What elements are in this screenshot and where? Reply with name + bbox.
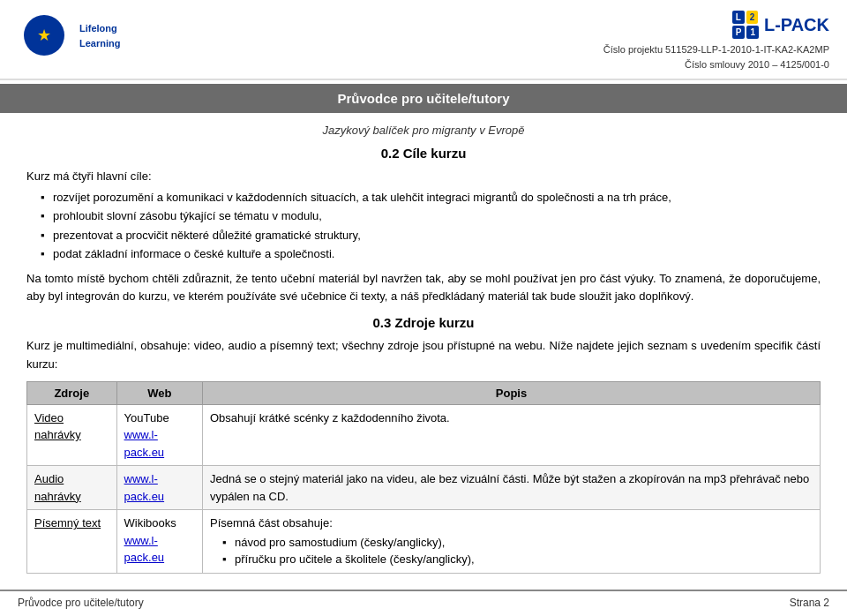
main-content: Jazykový balíček pro migranty v Evropě 0…	[0, 113, 847, 582]
table-row-video: Video nahrávky YouTube www.l-pack.eu Obs…	[27, 404, 821, 466]
lpack-p-box: P	[732, 26, 746, 39]
col-header-description: Popis	[203, 381, 821, 404]
web-video: YouTube www.l-pack.eu	[116, 404, 202, 466]
contract-number-value: 2010 – 4125/001-0	[748, 59, 829, 70]
page-footer: Průvodce pro učitele/tutory Strana 2	[0, 590, 847, 614]
project-info: Číslo projektu 511529-LLP-1-2010-1-IT-KA…	[603, 42, 829, 71]
eu-circle: ★	[24, 15, 64, 56]
lpack-text: L-PACK	[764, 15, 829, 35]
footer-right: Strana 2	[790, 597, 829, 609]
section-03: 0.3 Zdroje kurzu Kurz je multimediální, …	[26, 315, 821, 574]
table-header-row: Zdroje Web Popis	[27, 381, 821, 404]
eu-logo: ★	[18, 11, 71, 59]
text-desc-bullets: návod pro samostudium (česky/anglicky), …	[210, 534, 813, 568]
bullet-3: prezentovat a procvičit některé důležité…	[41, 227, 821, 244]
youtube-text: YouTube	[124, 411, 169, 424]
page-header: ★ Lifelong Learning L 2 P 1 L-PACK Čís	[0, 0, 847, 80]
text-label: Písemný text	[34, 516, 101, 530]
section-02-bullets: rozvíjet porozumění a komunikaci v každo…	[26, 189, 821, 263]
title-bar-text: Průvodce pro učitele/tutory	[337, 91, 509, 106]
bullet-2: prohloubit slovní zásobu týkající se tém…	[41, 207, 821, 225]
lpack-top-row: L 2	[732, 11, 759, 24]
table-row-audio: Audio nahrávky www.l-pack.eu Jedná se o …	[27, 466, 821, 510]
section-02-content: Kurz má čtyři hlavní cíle: rozvíjet poro…	[26, 168, 821, 263]
lifelong-line1: Lifelong	[79, 22, 120, 34]
audio-link[interactable]: www.l-pack.eu	[124, 472, 165, 503]
header-left: ★ Lifelong Learning	[18, 11, 120, 59]
web-text: Wikibooks www.l-pack.eu	[116, 510, 202, 574]
table-row-text: Písemný text Wikibooks www.l-pack.eu Pís…	[27, 510, 821, 574]
contract-number-label: Číslo smlouvy	[685, 59, 745, 70]
text-bullet-1: návod pro samostudium (česky/anglicky),	[222, 534, 813, 552]
section-02: 0.2 Cíle kurzu Kurz má čtyři hlavní cíle…	[26, 146, 821, 306]
header-right: L 2 P 1 L-PACK Číslo projektu 511529-LLP…	[603, 11, 829, 71]
lpack-boxes: L 2 P 1	[732, 11, 759, 39]
section-02-title: 0.2 Cíle kurzu	[26, 146, 821, 161]
lpack-logo: L 2 P 1 L-PACK	[732, 11, 829, 39]
col-header-web: Web	[116, 381, 202, 404]
web-audio: www.l-pack.eu	[116, 466, 202, 510]
section-02-intro: Kurz má čtyři hlavní cíle:	[26, 168, 821, 185]
lpack-1-box: 1	[746, 26, 759, 39]
bullet-4: podat základní informace o české kultuře…	[41, 245, 821, 263]
section-03-title: 0.3 Zdroje kurzu	[26, 315, 821, 330]
title-bar: Průvodce pro učitele/tutory	[0, 84, 847, 113]
section-02-paragraph: Na tomto místě bychom chtěli zdůraznit, …	[26, 270, 821, 307]
desc-audio: Jedná se o stejný materiál jako na videu…	[203, 466, 821, 510]
text-link[interactable]: www.l-pack.eu	[124, 534, 165, 565]
lpack-2-box: 2	[746, 11, 759, 24]
eu-stars-icon: ★	[37, 26, 52, 45]
bullet-1: rozvíjet porozumění a komunikaci v každo…	[41, 189, 821, 207]
video-label: Video nahrávky	[34, 411, 81, 442]
wikibooks-text: Wikibooks	[124, 516, 176, 530]
text-bullet-2: příručku pro učitele a školitele (česky/…	[222, 551, 813, 568]
footer-left: Průvodce pro učitele/tutory	[18, 597, 144, 609]
video-link[interactable]: www.l-pack.eu	[124, 428, 165, 459]
lifelong-learning-text: Lifelong Learning	[79, 20, 120, 49]
lpack-l-box: L	[732, 11, 745, 24]
lpack-bottom-row: P 1	[732, 26, 759, 39]
text-desc-title: Písemná část obsahuje:	[210, 516, 333, 530]
project-number-value: 511529-LLP-1-2010-1-IT-KA2-KA2MP	[665, 44, 829, 55]
source-video: Video nahrávky	[27, 404, 117, 466]
desc-text: Písemná část obsahuje: návod pro samostu…	[203, 510, 821, 574]
desc-video: Obsahují krátké scénky z každodenního ži…	[203, 404, 821, 466]
lifelong-line2: Learning	[79, 37, 120, 49]
project-number-label: Číslo projektu	[603, 44, 663, 55]
resources-table: Zdroje Web Popis Video nahrávky YouTube …	[26, 381, 821, 574]
source-text: Písemný text	[27, 510, 117, 574]
col-header-source: Zdroje	[27, 381, 117, 404]
audio-label: Audio nahrávky	[34, 472, 81, 503]
source-audio: Audio nahrávky	[27, 466, 117, 510]
section-03-intro: Kurz je multimediální, obsahuje: video, …	[26, 337, 821, 374]
subtitle: Jazykový balíček pro migranty v Evropě	[26, 124, 821, 137]
